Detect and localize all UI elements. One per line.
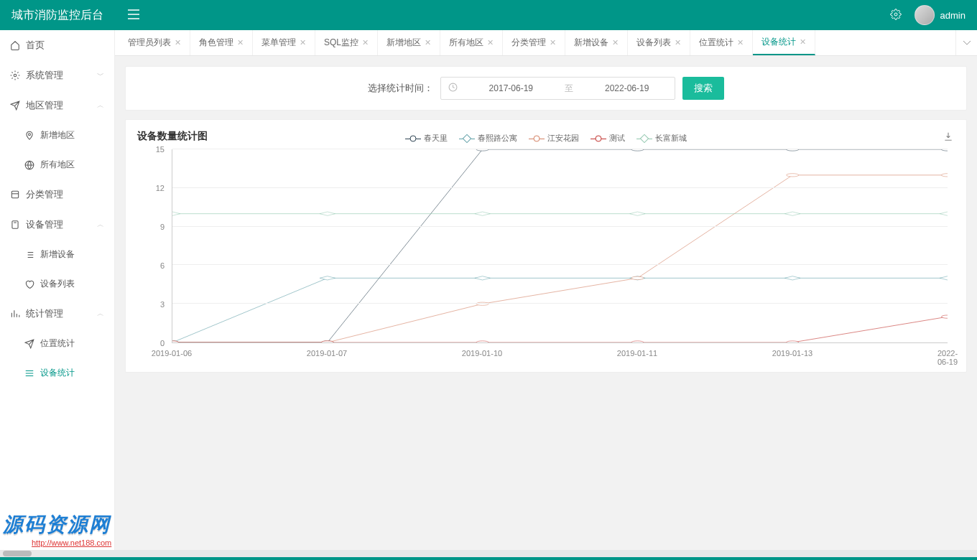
sidebar-item[interactable]: 设备列表 xyxy=(0,269,114,299)
legend-marker xyxy=(405,135,421,142)
svg-point-26 xyxy=(321,341,333,342)
sidebar-item[interactable]: 新增地区 xyxy=(0,121,114,150)
user-menu[interactable]: admin xyxy=(915,5,966,25)
close-icon[interactable]: ✕ xyxy=(362,38,369,47)
sidebar-item-label: 位置统计 xyxy=(40,337,75,350)
tab-label: 角色管理 xyxy=(199,37,233,49)
sidebar-item-label: 系统管理 xyxy=(26,69,63,82)
close-icon[interactable]: ✕ xyxy=(737,38,744,47)
svg-point-10 xyxy=(631,149,644,151)
legend-item[interactable]: 长富新城 xyxy=(636,133,687,144)
tab-label: 设备统计 xyxy=(761,36,796,48)
tab[interactable]: 设备列表✕ xyxy=(628,30,690,55)
tab[interactable]: 分类管理✕ xyxy=(503,30,565,55)
tab[interactable]: 所有地区✕ xyxy=(440,30,503,55)
tab-overflow-button[interactable] xyxy=(955,30,977,55)
y-tick: 6 xyxy=(160,261,165,270)
tab-label: 分类管理 xyxy=(511,37,546,49)
list-icon xyxy=(24,250,34,260)
tab[interactable]: 角色管理✕ xyxy=(190,30,253,55)
date-range-picker[interactable]: 2017-06-19 至 2022-06-19 xyxy=(440,77,676,100)
close-icon[interactable]: ✕ xyxy=(175,38,181,47)
svg-rect-18 xyxy=(940,276,948,280)
close-icon[interactable]: ✕ xyxy=(425,38,431,47)
search-button[interactable]: 搜索 xyxy=(682,77,724,100)
sidebar-item[interactable]: 设备管理︿ xyxy=(0,210,114,240)
watermark-text: 源码资源网 xyxy=(3,511,111,538)
sidebar-item[interactable]: 分类管理 xyxy=(0,179,114,210)
sidebar-item-label: 首页 xyxy=(26,39,45,52)
legend-marker xyxy=(459,135,475,142)
svg-rect-14 xyxy=(320,276,335,280)
svg-point-1 xyxy=(14,74,17,77)
menu-icon xyxy=(24,368,34,378)
close-icon[interactable]: ✕ xyxy=(612,38,619,47)
legend-marker xyxy=(636,135,652,142)
sidebar-item-label: 分类管理 xyxy=(26,188,63,201)
sidebar-item[interactable]: 统计管理︿ xyxy=(0,299,114,329)
close-icon[interactable]: ✕ xyxy=(487,38,494,47)
chevron-up-icon: ︿ xyxy=(97,309,104,319)
chart-legend: 春天里春熙路公寓江安花园测试长富新城 xyxy=(137,133,955,144)
tab-label: 设备列表 xyxy=(636,37,671,49)
svg-point-12 xyxy=(941,149,948,151)
svg-rect-35 xyxy=(785,212,800,215)
date-end: 2022-06-19 xyxy=(586,83,667,93)
sidebar-item[interactable]: 设备统计 xyxy=(0,358,114,388)
sidebar-item-label: 设备列表 xyxy=(40,278,75,290)
y-tick: 0 xyxy=(160,339,165,347)
close-icon[interactable]: ✕ xyxy=(675,38,681,47)
legend-label: 测试 xyxy=(609,133,625,144)
close-icon[interactable]: ✕ xyxy=(550,38,556,47)
svg-rect-32 xyxy=(320,212,335,215)
tab[interactable]: 菜单管理✕ xyxy=(253,30,315,55)
legend-item[interactable]: 春熙路公寓 xyxy=(459,133,517,144)
tab[interactable]: 设备统计✕ xyxy=(753,30,815,55)
close-icon[interactable]: ✕ xyxy=(237,38,244,47)
svg-point-9 xyxy=(476,149,488,151)
sidebar-item[interactable]: 新增设备 xyxy=(0,240,114,269)
chart-plot: 03691215 2019-01-062019-01-072019-01-102… xyxy=(137,149,955,365)
tab[interactable]: SQL监控✕ xyxy=(315,30,378,55)
y-tick: 15 xyxy=(156,145,165,154)
settings-icon[interactable] xyxy=(890,9,902,22)
scrollbar-thumb[interactable] xyxy=(3,551,32,556)
chevron-up-icon: ︿ xyxy=(97,220,104,230)
svg-rect-4 xyxy=(11,191,18,197)
tab-label: 所有地区 xyxy=(449,37,483,49)
globe-icon xyxy=(24,160,34,170)
svg-rect-5 xyxy=(12,221,18,229)
x-tick: 2019-01-06 xyxy=(152,349,192,358)
svg-point-28 xyxy=(631,341,644,342)
close-icon[interactable]: ✕ xyxy=(800,37,806,47)
sidebar-item[interactable]: 系统管理﹀ xyxy=(0,60,114,90)
tab[interactable]: 新增设备✕ xyxy=(565,30,628,55)
svg-point-2 xyxy=(29,133,31,135)
send-icon xyxy=(24,339,34,349)
sidebar-toggle[interactable] xyxy=(125,6,142,24)
svg-point-25 xyxy=(172,341,179,342)
sidebar-item[interactable]: 位置统计 xyxy=(0,329,114,358)
legend-item[interactable]: 江安花园 xyxy=(529,133,579,144)
sidebar-item[interactable]: 所有地区 xyxy=(0,150,114,179)
svg-rect-33 xyxy=(475,212,490,215)
avatar xyxy=(915,5,935,25)
horizontal-scrollbar[interactable] xyxy=(0,550,977,557)
svg-point-11 xyxy=(787,149,799,151)
filter-label: 选择统计时间： xyxy=(368,82,433,95)
tab[interactable]: 管理员列表✕ xyxy=(119,30,190,55)
tab-label: 位置统计 xyxy=(699,37,733,49)
svg-point-24 xyxy=(941,174,948,177)
sidebar: 首页系统管理﹀地区管理︿新增地区所有地区分类管理设备管理︿新增设备设备列表统计管… xyxy=(0,30,115,550)
download-icon[interactable] xyxy=(943,131,953,144)
sidebar-item[interactable]: 首页 xyxy=(0,30,114,60)
tab[interactable]: 位置统计✕ xyxy=(690,30,753,55)
legend-item[interactable]: 春天里 xyxy=(405,133,448,144)
svg-rect-17 xyxy=(785,276,800,280)
tab[interactable]: 新增地区✕ xyxy=(378,30,440,55)
legend-item[interactable]: 测试 xyxy=(591,133,625,144)
chart-card: 设备数量统计图 春天里春熙路公寓江安花园测试长富新城 03691215 2019… xyxy=(125,119,967,373)
close-icon[interactable]: ✕ xyxy=(300,38,306,47)
footer-border xyxy=(0,557,977,560)
sidebar-item[interactable]: 地区管理︿ xyxy=(0,90,114,121)
